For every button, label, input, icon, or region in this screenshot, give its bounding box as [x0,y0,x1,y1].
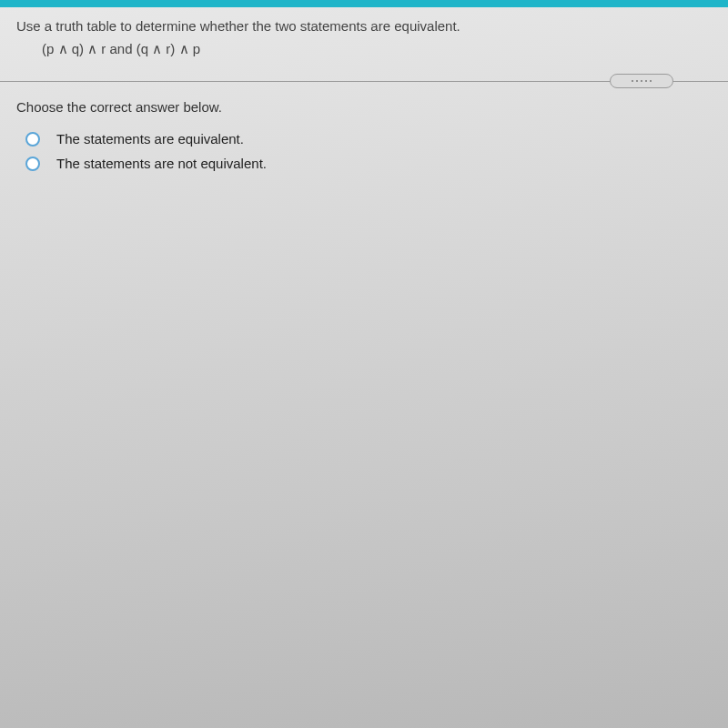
radio-icon [25,132,40,147]
answer-option-2[interactable]: The statements are not equivalent. [16,156,712,171]
question-instruction: Use a truth table to determine whether t… [16,16,712,35]
ellipsis-icon [632,80,652,82]
answer-prompt: Choose the correct answer below. [16,99,712,115]
radio-icon [25,157,40,171]
option-label: The statements are not equivalent. [56,156,267,171]
question-statements: (p ∧ q) ∧ r and (q ∧ r) ∧ p [16,41,712,57]
section-divider [0,72,728,90]
answer-section: Choose the correct answer below. The sta… [0,90,728,189]
top-accent-bar [0,0,728,7]
answer-option-1[interactable]: The statements are equivalent. [16,131,712,147]
question-section: Use a truth table to determine whether t… [0,7,728,70]
option-label: The statements are equivalent. [56,131,244,147]
more-toggle-button[interactable] [610,74,673,88]
